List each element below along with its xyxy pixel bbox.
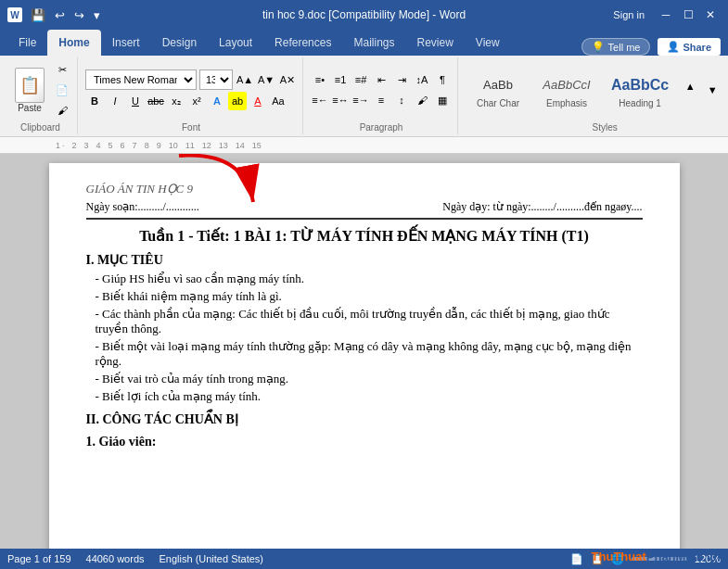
sort-button[interactable]: ↕A — [413, 70, 431, 89]
show-marks-button[interactable]: ¶ — [433, 70, 452, 89]
borders-button[interactable]: ▦ — [433, 91, 452, 109]
style-emphasis-preview: AaBbCcI — [543, 72, 590, 98]
lightbulb-icon: 💡 — [592, 41, 605, 53]
copy-button[interactable]: 📄 — [53, 81, 71, 99]
tab-home[interactable]: Home — [47, 30, 100, 56]
align-right-button[interactable]: ≡→ — [351, 91, 370, 109]
subscript-button[interactable]: x₂ — [167, 92, 185, 110]
paste-button[interactable]: 📋 Paste — [9, 64, 50, 117]
ribbon: 📋 Paste ✂ 📄 🖌 Clipboard Times New Roman … — [0, 56, 728, 137]
font-row2: B I U abc x₂ x² A ab A Aa — [85, 92, 297, 110]
text-effects-button[interactable]: A — [208, 92, 226, 110]
tab-references[interactable]: References — [263, 30, 342, 56]
redo-button[interactable]: ↪ — [71, 6, 87, 24]
para-row1: ≡• ≡1 ≡# ⇤ ⇥ ↕A ¶ — [311, 70, 452, 89]
superscript-button[interactable]: x² — [187, 92, 206, 110]
tell-me-input[interactable]: 💡 Tell me — [581, 38, 651, 56]
style-char-preview: AaBb — [483, 72, 513, 98]
strikethrough-button[interactable]: abc — [147, 92, 165, 110]
doc-item-1: - Biết khái niệm mạng máy tính là gì. — [86, 289, 643, 304]
paragraph-group: ≡• ≡1 ≡# ⇤ ⇥ ↕A ¶ ≡← ≡↔ ≡→ ≡ ↕ 🖌 ▦ — [305, 57, 458, 134]
font-controls: Times New Roman 13 A▲ A▼ A✕ B I U abc x₂… — [85, 70, 297, 110]
style-heading1[interactable]: AaBbCc Heading 1 — [603, 68, 677, 113]
decrease-font-button[interactable]: A▼ — [257, 70, 275, 89]
multilevel-button[interactable]: ≡# — [351, 70, 370, 89]
paste-label: Paste — [18, 103, 42, 113]
format-painter-button[interactable]: 🖌 — [53, 101, 71, 120]
tab-layout[interactable]: Layout — [208, 30, 263, 56]
paste-icon: 📋 — [15, 68, 45, 103]
styles-scroll-down[interactable]: ▼ — [703, 81, 722, 99]
paragraph-content: ≡• ≡1 ≡# ⇤ ⇥ ↕A ¶ ≡← ≡↔ ≡→ ≡ ↕ 🖌 ▦ — [311, 59, 452, 120]
justify-button[interactable]: ≡ — [372, 91, 390, 109]
italic-button[interactable]: I — [106, 92, 124, 110]
title-bar-right: Sign in ─ ☐ ✕ — [609, 7, 721, 22]
doc-item-0: - Giúp HS hiểu vì sao cần mạng máy tính. — [86, 272, 643, 286]
font-label: Font — [182, 120, 200, 133]
minimize-button[interactable]: ─ — [656, 7, 676, 22]
status-bar: Page 1 of 159 44060 words English (Unite… — [0, 549, 728, 569]
bold-button[interactable]: B — [85, 92, 104, 110]
restore-button[interactable]: ☐ — [678, 7, 698, 22]
window-title: tin hoc 9.doc [Compatibility Mode] - Wor… — [262, 8, 466, 21]
line-spacing-button[interactable]: ↕ — [392, 91, 411, 109]
save-button[interactable]: 💾 — [28, 6, 48, 24]
paragraph-label: Paragraph — [360, 120, 403, 133]
document-wrapper: GIÁO ÁN TIN HỌC 9 Ngày soạn:........./..… — [0, 154, 728, 549]
numbering-button[interactable]: ≡1 — [331, 70, 350, 89]
clipboard-group: 📋 Paste ✂ 📄 🖌 Clipboard — [4, 57, 78, 134]
date-right: Ngày dạy: từ ngày:......../..........đến… — [442, 200, 642, 214]
decrease-indent-button[interactable]: ⇤ — [372, 70, 390, 89]
qat-dropdown[interactable]: ▾ — [91, 6, 103, 24]
font-size-select[interactable]: 13 — [199, 70, 233, 90]
title-bar: W 💾 ↩ ↪ ▾ tin hoc 9.doc [Compatibility M… — [0, 0, 728, 30]
share-label: Share — [683, 42, 711, 53]
underline-button[interactable]: U — [126, 92, 145, 110]
tab-design[interactable]: Design — [151, 30, 208, 56]
style-heading-label: Heading 1 — [619, 98, 661, 108]
cut-button[interactable]: ✂ — [53, 60, 71, 79]
style-heading-preview: AaBbCc — [611, 72, 669, 98]
sub-section: 1. Giáo viên: — [86, 435, 643, 449]
align-left-button[interactable]: ≡← — [311, 91, 329, 109]
font-family-select[interactable]: Times New Roman — [85, 70, 197, 90]
increase-indent-button[interactable]: ⇥ — [392, 70, 411, 89]
styles-label: Styles — [593, 120, 618, 133]
section2-title: II. CÔNG TÁC CHUẨN BỊ — [86, 411, 643, 427]
shading-button[interactable]: 🖌 — [413, 91, 431, 109]
font-color-button[interactable]: A — [249, 92, 267, 110]
tab-review[interactable]: Review — [405, 30, 464, 56]
share-button[interactable]: 👤 Share — [658, 38, 721, 56]
style-emphasis[interactable]: AaBbCcI Emphasis — [534, 68, 599, 113]
undo-button[interactable]: ↩ — [52, 6, 68, 24]
ribbon-right-controls: 💡 Tell me 👤 Share — [581, 38, 721, 56]
increase-font-button[interactable]: A▲ — [236, 70, 254, 89]
doc-item-5: - Biết lợi ích của mạng máy tính. — [86, 389, 643, 404]
watermark-thuat: Thuat — [613, 550, 645, 563]
align-center-button[interactable]: ≡↔ — [331, 91, 350, 109]
tab-file[interactable]: File — [7, 30, 47, 56]
red-arrow — [170, 154, 281, 221]
bullets-button[interactable]: ≡• — [311, 70, 329, 89]
para-controls: ≡• ≡1 ≡# ⇤ ⇥ ↕A ¶ ≡← ≡↔ ≡→ ≡ ↕ 🖌 ▦ — [311, 70, 452, 109]
tab-mailings[interactable]: Mailings — [342, 30, 405, 56]
para-row2: ≡← ≡↔ ≡→ ≡ ↕ 🖌 ▦ — [311, 91, 452, 109]
doc-item-3: - Biết một vài loại mạng máy tính thường… — [86, 339, 643, 369]
style-char-char[interactable]: AaBb Char Char — [466, 68, 530, 113]
language-indicator: English (United States) — [160, 553, 264, 564]
font-change-case-button[interactable]: Aa — [269, 92, 287, 110]
sign-in-button[interactable]: Sign in — [609, 7, 648, 22]
tell-me-label: Tell me — [608, 42, 641, 53]
watermark-mem: Mem — [676, 550, 704, 563]
styles-scroll-up[interactable]: ▲ — [681, 77, 699, 95]
watermark-thu: Thu — [592, 550, 614, 563]
close-button[interactable]: ✕ — [700, 7, 721, 22]
doc-item-4: - Biết vai trò của máy tính trong mạng. — [86, 372, 643, 386]
tab-view[interactable]: View — [465, 30, 511, 56]
view-read-button[interactable]: 📄 — [570, 553, 583, 565]
tab-insert[interactable]: Insert — [101, 30, 151, 56]
share-icon: 👤 — [667, 41, 680, 53]
style-char-label: Char Char — [477, 98, 519, 108]
clear-format-button[interactable]: A✕ — [278, 70, 297, 89]
highlight-button[interactable]: ab — [228, 92, 247, 110]
